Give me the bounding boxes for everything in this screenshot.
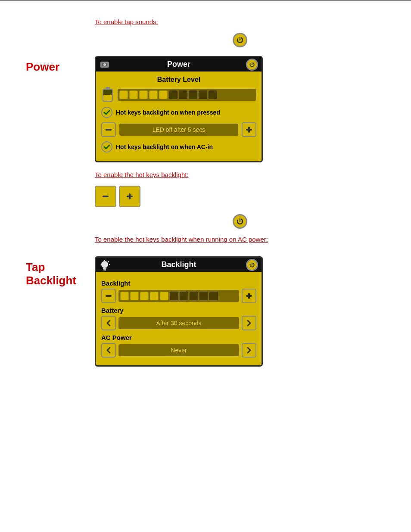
checkbox-ac-row: Hot keys backlight on when AC-in xyxy=(101,141,256,152)
battery-cell-1 xyxy=(119,90,128,99)
power-symbol-icon xyxy=(236,36,244,44)
backlight-plus-button[interactable] xyxy=(242,289,256,303)
backlight-screen-body: Backlight xyxy=(96,272,262,365)
battery-level-row xyxy=(101,87,256,103)
svg-rect-14 xyxy=(103,196,109,197)
svg-rect-21 xyxy=(103,269,106,271)
settings-icon xyxy=(100,60,112,69)
led-minus-button[interactable] xyxy=(101,122,116,137)
tap-backlight-section: Tap Backlight Backlight xyxy=(26,256,385,367)
power-screen-titlebar: Power xyxy=(96,57,262,72)
svg-rect-20 xyxy=(103,268,106,269)
lightbulb-icon xyxy=(100,260,110,272)
backlight-sub-title: Backlight xyxy=(101,280,256,287)
power-icon-middle xyxy=(95,214,385,229)
left-chevron-icon xyxy=(104,319,113,327)
backlight-screen-titlebar: Backlight xyxy=(96,258,262,272)
battery-cell-9 xyxy=(199,90,207,99)
backlight-minus-button[interactable] xyxy=(101,289,116,303)
checkbox-hotkeys-icon[interactable] xyxy=(101,107,112,118)
svg-point-4 xyxy=(103,63,106,66)
minus-icon xyxy=(104,125,113,134)
close-power-icon xyxy=(249,62,255,68)
battery-cell-5 xyxy=(159,90,168,99)
svg-rect-27 xyxy=(106,295,112,297)
battery-cell-8 xyxy=(189,90,197,99)
backlight-level-row xyxy=(101,289,256,303)
svg-line-23 xyxy=(108,261,109,262)
backlight-close-icon[interactable] xyxy=(246,259,258,271)
checkbox-hotkeys-label: Hot keys backlight on when pressed xyxy=(116,109,220,116)
checkmark2-icon xyxy=(103,143,110,150)
ac-power-next-button[interactable] xyxy=(242,343,256,358)
right-chevron-ac-icon xyxy=(245,346,253,355)
svg-rect-11 xyxy=(106,129,112,131)
led-row: LED off after 5 secs xyxy=(101,122,256,137)
checkbox-hotkeys-row: Hot keys backlight on when pressed xyxy=(101,107,256,118)
battery-sub-title: Battery xyxy=(101,307,256,314)
right-chevron-battery-icon xyxy=(245,319,253,327)
power-button-icon xyxy=(233,33,247,47)
minus-plus-buttons-row xyxy=(95,186,385,207)
battery-prev-button[interactable] xyxy=(101,316,116,330)
left-chevron-ac-icon xyxy=(104,346,113,355)
bl-cell-8 xyxy=(190,292,198,300)
led-label: LED off after 5 secs xyxy=(119,124,238,136)
power-symbol-icon-2 xyxy=(236,218,244,225)
power-titlebar-left-icon xyxy=(100,60,112,69)
bl-cell-10 xyxy=(209,292,218,300)
backlight-bar xyxy=(118,290,239,302)
battery-timeout-value: After 30 seconds xyxy=(118,317,239,329)
battery-body-icon xyxy=(102,87,113,103)
right-arrow-bl-icon xyxy=(245,292,253,300)
checkbox-ac-label: Hot keys backlight on when AC-in xyxy=(116,143,213,150)
ac-power-value-row: Never xyxy=(101,343,256,358)
ac-power-value: Never xyxy=(118,344,239,356)
battery-level-title: Battery Level xyxy=(101,76,256,84)
backlight-bulb-icon xyxy=(100,260,112,270)
close-power-icon-2 xyxy=(249,262,255,268)
bl-cell-6 xyxy=(170,292,178,300)
checkbox-ac-icon[interactable] xyxy=(101,141,112,152)
ac-power-sub-title: AC Power xyxy=(101,334,256,341)
battery-cell-3 xyxy=(139,90,148,99)
battery-cell-10 xyxy=(209,90,217,99)
battery-cell-2 xyxy=(129,90,138,99)
bl-cell-1 xyxy=(120,292,129,300)
svg-point-19 xyxy=(101,261,108,268)
bl-cell-2 xyxy=(130,292,139,300)
power-icon-top xyxy=(95,33,385,47)
bl-cell-9 xyxy=(199,292,208,300)
svg-rect-10 xyxy=(103,95,112,101)
tap-backlight-label: Tap Backlight xyxy=(26,256,95,287)
battery-cell-7 xyxy=(179,90,187,99)
minus-button-standalone[interactable] xyxy=(95,186,116,207)
power-screen-title: Power xyxy=(167,60,190,69)
bl-cell-3 xyxy=(140,292,149,300)
svg-rect-29 xyxy=(248,293,250,299)
power-section-label: Power xyxy=(26,56,95,74)
plus-standalone-icon xyxy=(125,192,134,201)
battery-next-button[interactable] xyxy=(242,316,256,330)
power-button-icon-2[interactable] xyxy=(233,214,247,229)
backlight-device-screen: Backlight Backlight xyxy=(95,256,263,367)
enable-tap-sounds-link[interactable]: To enable tap sounds: xyxy=(95,18,158,25)
enable-ac-power-link[interactable]: To enable the hot keys backlight when ru… xyxy=(95,236,268,243)
svg-rect-16 xyxy=(129,193,131,199)
power-close-icon[interactable] xyxy=(246,59,258,71)
svg-rect-13 xyxy=(248,127,250,133)
led-plus-button[interactable] xyxy=(242,122,256,137)
plus-icon xyxy=(245,125,253,134)
ac-power-prev-button[interactable] xyxy=(101,343,116,358)
battery-cell-6 xyxy=(169,90,177,99)
battery-icon xyxy=(101,87,114,103)
bl-cell-4 xyxy=(150,292,159,300)
plus-button-standalone[interactable] xyxy=(119,186,140,207)
power-section: Power Power xyxy=(26,56,385,162)
minus-standalone-icon xyxy=(101,192,110,201)
battery-cell-4 xyxy=(149,90,158,99)
power-device-screen: Power Battery Level xyxy=(95,56,263,162)
enable-hotkeys-link[interactable]: To enable the hot keys backlight: xyxy=(95,171,189,178)
battery-value-row: After 30 seconds xyxy=(101,316,256,330)
power-screen-body: Battery Level xyxy=(96,72,262,161)
